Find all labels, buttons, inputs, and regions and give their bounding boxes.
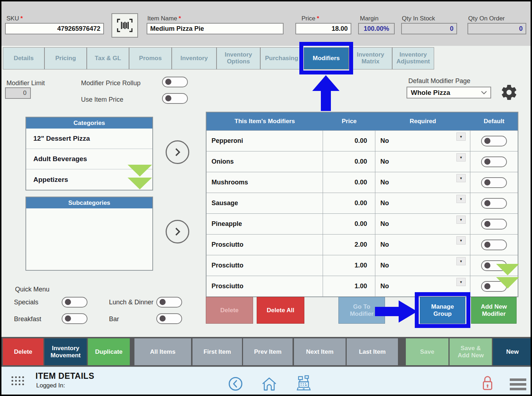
quick-menu-specials-toggle[interactable] bbox=[62, 297, 87, 308]
delete-all-modifiers-button[interactable]: Delete All bbox=[257, 297, 304, 324]
tab-purchasing[interactable]: Purchasing bbox=[260, 47, 303, 69]
add-new-modifier-button[interactable]: Add New Modifier bbox=[471, 297, 517, 324]
go-to-modifier-button[interactable]: Go To Modifier bbox=[338, 297, 385, 324]
nav-next-item-button[interactable]: Next Item bbox=[294, 338, 346, 365]
default-toggle[interactable] bbox=[481, 260, 507, 271]
modifier-price-cell[interactable]: 1.00 bbox=[323, 255, 375, 276]
nav-prev-item-button[interactable]: Prev Item bbox=[243, 338, 293, 365]
register-button[interactable] bbox=[295, 375, 312, 393]
subcategories-panel: Subcategories bbox=[25, 197, 153, 271]
category-item[interactable]: Adult Beverages bbox=[26, 149, 152, 169]
modifier-name-cell[interactable]: Prosciutto bbox=[206, 255, 323, 276]
default-toggle[interactable] bbox=[481, 219, 507, 230]
modifier-required-cell[interactable]: No▼ bbox=[375, 172, 470, 193]
modifier-name-cell[interactable]: Mushrooms bbox=[206, 172, 323, 193]
apps-grid-icon[interactable] bbox=[11, 376, 24, 386]
modifier-default-cell bbox=[470, 214, 518, 234]
table-header-row: This Item's Modifiers Price Required Def… bbox=[206, 112, 518, 130]
modifier-settings-button[interactable] bbox=[500, 83, 518, 102]
modifier-price-cell[interactable]: 0.00 bbox=[323, 193, 375, 213]
dropdown-arrow-icon[interactable]: ▼ bbox=[456, 236, 466, 245]
tab-inventory-adjustment[interactable]: Inventory Adjustment bbox=[392, 47, 434, 69]
default-toggle[interactable] bbox=[481, 281, 507, 292]
tab-inventory-options[interactable]: Inventory Options bbox=[217, 47, 260, 69]
dropdown-arrow-icon[interactable]: ▼ bbox=[456, 195, 466, 203]
category-item[interactable]: Appetizers bbox=[26, 169, 152, 190]
default-toggle[interactable] bbox=[481, 240, 507, 250]
nav-all-items-button[interactable]: All Items bbox=[134, 338, 191, 365]
use-item-price-toggle[interactable] bbox=[162, 93, 188, 104]
tab-inventory-matrix[interactable]: Inventory Matrix bbox=[349, 47, 392, 69]
modifier-price-rollup-toggle[interactable] bbox=[162, 77, 188, 87]
dropdown-arrow-icon[interactable]: ▼ bbox=[456, 278, 466, 286]
default-modifier-page-select[interactable]: Whole Pizza bbox=[407, 87, 491, 98]
nav-save-add-new-button[interactable]: Save & Add New bbox=[450, 338, 492, 365]
tab-details[interactable]: Details bbox=[3, 47, 44, 69]
back-button[interactable] bbox=[228, 376, 243, 393]
modifier-price-cell[interactable]: 2.00 bbox=[323, 235, 375, 255]
modifier-required-cell[interactable]: No▼ bbox=[375, 235, 470, 255]
modifier-price-cell[interactable]: 1.00 bbox=[323, 276, 375, 296]
default-toggle[interactable] bbox=[481, 156, 507, 167]
default-toggle[interactable] bbox=[481, 136, 507, 146]
category-item[interactable]: 12" Dessert Pizza bbox=[26, 129, 152, 149]
modifier-name-cell[interactable]: Pepperoni bbox=[206, 131, 323, 151]
nav-first-item-button[interactable]: First Item bbox=[193, 338, 242, 365]
tab-inventory[interactable]: Inventory bbox=[172, 47, 217, 69]
modifier-name-cell[interactable]: Sausage bbox=[206, 193, 323, 213]
dropdown-arrow-icon[interactable]: ▼ bbox=[456, 216, 466, 224]
barcode-scan-button[interactable] bbox=[111, 13, 138, 38]
modifier-name-cell[interactable]: Pineapple bbox=[206, 214, 323, 234]
default-toggle[interactable] bbox=[481, 177, 507, 188]
quick-menu-breakfast-toggle[interactable] bbox=[62, 313, 87, 324]
dropdown-arrow-icon[interactable]: ▼ bbox=[456, 257, 466, 265]
quick-menu-lunch-dinner-toggle[interactable] bbox=[156, 297, 182, 308]
nav-save-button[interactable]: Save bbox=[406, 338, 448, 365]
manage-group-button[interactable]: Manage Group bbox=[420, 297, 465, 324]
modifier-price-cell[interactable]: 0.00 bbox=[323, 131, 375, 151]
dropdown-arrow-icon[interactable]: ▼ bbox=[456, 132, 466, 141]
tab-modifiers[interactable]: Modifiers bbox=[304, 47, 349, 69]
tab-tax-gl[interactable]: Tax & GL bbox=[87, 47, 129, 69]
assign-subcategory-button[interactable] bbox=[166, 220, 189, 243]
modifier-required-cell[interactable]: No▼ bbox=[375, 276, 470, 296]
modifier-name-cell[interactable]: Prosciutto bbox=[206, 276, 323, 296]
nav-last-item-button[interactable]: Last Item bbox=[347, 338, 398, 365]
table-row: Pineapple 0.00 No▼ bbox=[206, 213, 518, 234]
default-toggle[interactable] bbox=[481, 198, 507, 209]
sku-input[interactable]: 479265976472 bbox=[5, 23, 104, 34]
nav-inventory-movement-button[interactable]: Inventory Movement bbox=[44, 338, 87, 365]
modifier-limit-input[interactable]: 0 bbox=[5, 87, 31, 99]
modifier-required-cell[interactable]: No▼ bbox=[375, 131, 470, 151]
modifier-price-cell[interactable]: 0.00 bbox=[323, 151, 375, 172]
item-name-input[interactable]: Medium Pizza Pie bbox=[147, 23, 284, 34]
lock-button[interactable] bbox=[481, 376, 494, 393]
price-input[interactable]: 18.00 bbox=[295, 23, 351, 34]
home-button[interactable] bbox=[261, 376, 277, 393]
modifier-price-cell[interactable]: 0.00 bbox=[323, 172, 375, 193]
modifier-name-cell[interactable]: Onions bbox=[206, 151, 323, 172]
nav-duplicate-button[interactable]: Duplicate bbox=[88, 338, 130, 365]
margin-field: 100.00% bbox=[358, 23, 395, 34]
tab-pricing[interactable]: Pricing bbox=[44, 47, 87, 69]
assign-category-button[interactable] bbox=[166, 140, 189, 164]
modifier-price-cell[interactable]: 0.00 bbox=[323, 214, 375, 234]
modifier-required-cell[interactable]: No▼ bbox=[375, 255, 470, 276]
qty-on-order-field: 0 bbox=[467, 23, 526, 34]
menu-button[interactable] bbox=[510, 378, 526, 392]
gear-icon bbox=[500, 83, 518, 102]
modifier-required-cell[interactable]: No▼ bbox=[375, 151, 470, 172]
tab-promos[interactable]: Promos bbox=[129, 47, 172, 69]
subcategories-panel-title: Subcategories bbox=[26, 197, 152, 208]
nav-new-button[interactable]: New bbox=[493, 338, 532, 365]
dropdown-arrow-icon[interactable]: ▼ bbox=[456, 174, 466, 182]
nav-delete-button[interactable]: Delete bbox=[3, 338, 43, 365]
table-row: Pepperoni 0.00 No▼ bbox=[206, 130, 518, 151]
modifier-required-cell[interactable]: No▼ bbox=[375, 193, 470, 213]
modifier-required-cell[interactable]: No▼ bbox=[375, 214, 470, 234]
modifier-name-cell[interactable]: Prosciutto bbox=[206, 235, 323, 255]
dropdown-arrow-icon[interactable]: ▼ bbox=[456, 153, 466, 161]
quick-menu-bar-toggle[interactable] bbox=[156, 313, 182, 324]
delete-modifier-button[interactable]: Delete bbox=[206, 297, 253, 324]
item-name-label: Item Name* bbox=[147, 15, 181, 22]
